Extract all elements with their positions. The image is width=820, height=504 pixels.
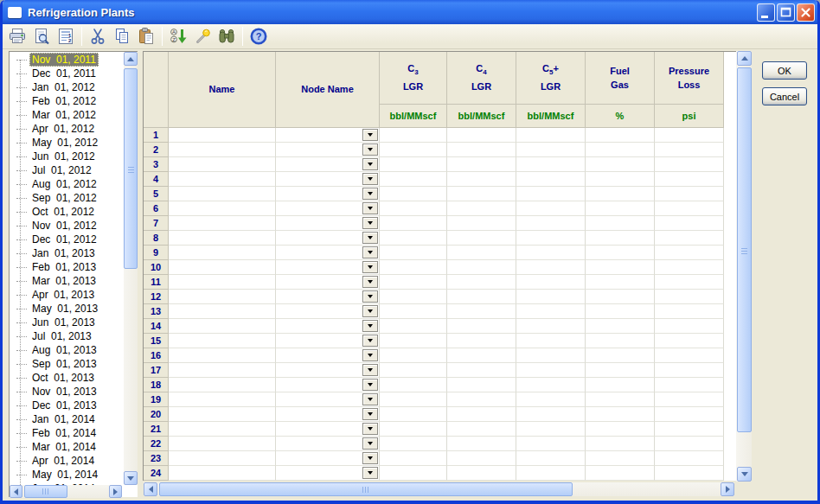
date-panel-vertical-scrollbar[interactable]: [124, 52, 138, 485]
node-name-dropdown-button[interactable]: [362, 290, 378, 303]
cell-node-name[interactable]: [276, 157, 380, 172]
row-number[interactable]: 3: [144, 157, 169, 172]
cell-pressure-loss[interactable]: [655, 422, 724, 437]
cell-c3-lgr[interactable]: [380, 363, 447, 378]
cell-c5-lgr[interactable]: [516, 187, 586, 201]
scroll-down-button[interactable]: [124, 471, 138, 485]
cell-name[interactable]: [169, 392, 276, 407]
cell-fuel-gas[interactable]: [586, 451, 655, 466]
row-number[interactable]: 15: [144, 334, 169, 348]
cell-name[interactable]: [169, 216, 276, 231]
node-name-dropdown-button[interactable]: [362, 129, 378, 141]
date-list-item[interactable]: Jan 01, 2014: [16, 412, 124, 426]
cell-name[interactable]: [169, 260, 276, 275]
date-list-item[interactable]: Jun 01, 2012: [16, 150, 124, 163]
row-number[interactable]: 20: [144, 407, 169, 422]
cell-c3-lgr[interactable]: [380, 334, 447, 348]
cell-fuel-gas[interactable]: [586, 143, 655, 157]
cell-node-name[interactable]: [276, 466, 380, 481]
cell-pressure-loss[interactable]: [655, 275, 724, 290]
cell-name[interactable]: [169, 334, 276, 348]
cell-c3-lgr[interactable]: [380, 128, 447, 143]
scroll-down-button[interactable]: [737, 467, 752, 482]
cell-node-name[interactable]: [276, 260, 380, 275]
node-name-dropdown-button[interactable]: [362, 408, 378, 420]
cell-pressure-loss[interactable]: [655, 348, 724, 363]
cell-name[interactable]: [169, 363, 276, 378]
cell-c3-lgr[interactable]: [380, 437, 447, 451]
cell-pressure-loss[interactable]: [655, 363, 724, 378]
date-list-item[interactable]: Oct 01, 2012: [16, 205, 124, 219]
node-name-dropdown-button[interactable]: [362, 452, 378, 464]
date-list-item[interactable]: Dec 01, 2012: [16, 233, 124, 246]
cell-c5-lgr[interactable]: [516, 143, 586, 157]
row-number[interactable]: 10: [144, 260, 169, 275]
cell-c3-lgr[interactable]: [380, 201, 447, 216]
row-number[interactable]: 8: [144, 231, 169, 246]
cell-c5-lgr[interactable]: [516, 363, 586, 378]
row-number[interactable]: 9: [144, 246, 169, 260]
row-number[interactable]: 6: [144, 201, 169, 216]
cell-c3-lgr[interactable]: [380, 407, 447, 422]
node-name-dropdown-button[interactable]: [362, 437, 378, 450]
cell-pressure-loss[interactable]: [655, 466, 724, 481]
cell-c5-lgr[interactable]: [516, 128, 586, 143]
node-name-dropdown-button[interactable]: [362, 423, 378, 435]
node-name-dropdown-button[interactable]: [362, 158, 378, 170]
node-name-dropdown-button[interactable]: [362, 349, 378, 361]
cell-name[interactable]: [169, 172, 276, 187]
date-list-item[interactable]: Jul 01, 2013: [16, 329, 124, 343]
wand-button[interactable]: [190, 25, 215, 48]
cell-name[interactable]: [169, 201, 276, 216]
cell-c5-lgr[interactable]: [516, 319, 586, 334]
row-number[interactable]: 16: [144, 348, 169, 363]
cell-pressure-loss[interactable]: [655, 143, 724, 157]
cell-fuel-gas[interactable]: [586, 304, 655, 319]
cell-pressure-loss[interactable]: [655, 407, 724, 422]
cell-node-name[interactable]: [276, 290, 380, 304]
row-number[interactable]: 4: [144, 172, 169, 187]
cell-c3-lgr[interactable]: [380, 187, 447, 201]
row-number[interactable]: 23: [144, 451, 169, 466]
date-list-item[interactable]: Nov 01, 2011: [16, 53, 124, 67]
cell-c4-lgr[interactable]: [447, 260, 516, 275]
node-name-dropdown-button[interactable]: [362, 144, 378, 156]
cell-fuel-gas[interactable]: [586, 231, 655, 246]
date-list-item[interactable]: Jul 01, 2012: [16, 163, 124, 177]
node-name-dropdown-button[interactable]: [362, 276, 378, 288]
cell-c5-lgr[interactable]: [516, 392, 586, 407]
date-list-item[interactable]: Nov 01, 2012: [16, 219, 124, 233]
cell-node-name[interactable]: [276, 231, 380, 246]
scrollbar-thumb[interactable]: [24, 485, 67, 498]
scrollbar-thumb[interactable]: [737, 67, 752, 432]
cell-fuel-gas[interactable]: [586, 246, 655, 260]
cell-c5-lgr[interactable]: [516, 201, 586, 216]
cell-c5-lgr[interactable]: [516, 437, 586, 451]
row-number[interactable]: 7: [144, 216, 169, 231]
report-setup-button[interactable]: 1 2: [54, 25, 78, 48]
cell-fuel-gas[interactable]: [586, 201, 655, 216]
ok-button[interactable]: OK: [762, 61, 807, 80]
cell-fuel-gas[interactable]: [586, 466, 655, 481]
row-number[interactable]: 5: [144, 187, 169, 201]
node-name-dropdown-button[interactable]: [362, 246, 378, 258]
cell-c5-lgr[interactable]: [516, 172, 586, 187]
cell-fuel-gas[interactable]: [586, 319, 655, 334]
cell-name[interactable]: [169, 451, 276, 466]
cell-fuel-gas[interactable]: [586, 275, 655, 290]
cell-node-name[interactable]: [276, 378, 380, 392]
cell-c3-lgr[interactable]: [380, 290, 447, 304]
cell-c3-lgr[interactable]: [380, 275, 447, 290]
cell-c5-lgr[interactable]: [516, 304, 586, 319]
date-list-item[interactable]: Aug 01, 2012: [16, 177, 124, 191]
date-list-item[interactable]: Oct 01, 2013: [16, 371, 124, 385]
node-name-dropdown-button[interactable]: [362, 320, 378, 332]
cell-node-name[interactable]: [276, 407, 380, 422]
cell-c5-lgr[interactable]: [516, 216, 586, 231]
cell-name[interactable]: [169, 290, 276, 304]
cell-fuel-gas[interactable]: [586, 128, 655, 143]
print-preview-button[interactable]: [29, 25, 54, 48]
cell-pressure-loss[interactable]: [655, 378, 724, 392]
cell-pressure-loss[interactable]: [655, 157, 724, 172]
cell-c4-lgr[interactable]: [447, 304, 516, 319]
